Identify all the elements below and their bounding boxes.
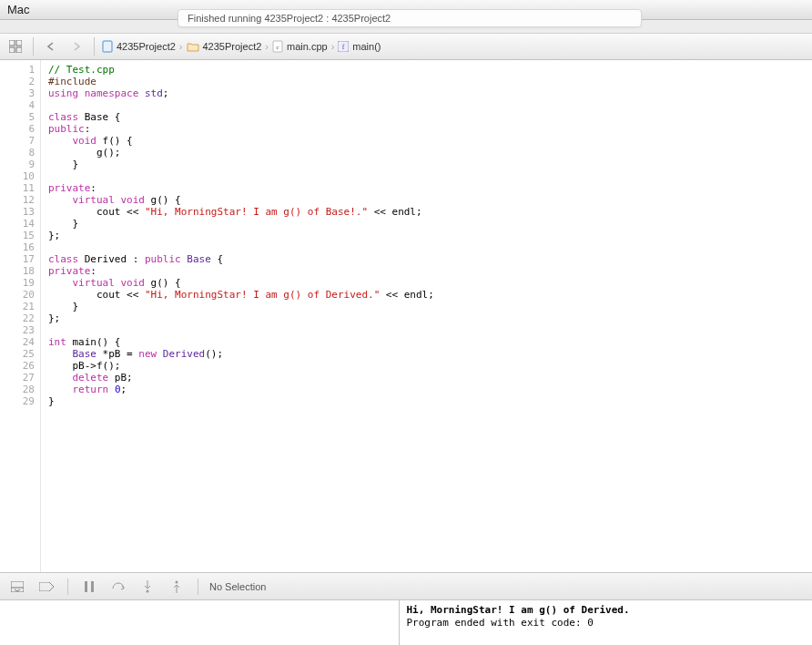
breakpoint-icon[interactable] <box>36 577 56 597</box>
selection-status: No Selection <box>209 581 266 592</box>
toggle-console-icon[interactable] <box>7 577 27 597</box>
c-file-icon: c <box>272 40 283 53</box>
crumb-folder[interactable]: 4235Project2 <box>187 41 262 52</box>
svg-text:c: c <box>276 44 279 51</box>
breadcrumb: 4235Project2 › 4235Project2 › c main.cpp… <box>102 40 381 53</box>
crumb-label: 4235Project2 <box>203 41 262 52</box>
crumb-label: main() <box>352 41 381 52</box>
related-items-icon[interactable] <box>5 36 25 56</box>
step-out-icon[interactable] <box>167 577 187 597</box>
chevron-right-icon: › <box>179 41 183 52</box>
left-strip <box>0 60 9 572</box>
crumb-label: main.cpp <box>287 41 328 52</box>
svg-rect-3 <box>16 47 22 53</box>
folder-icon <box>187 41 199 52</box>
crumb-symbol[interactable]: f main() <box>338 41 381 52</box>
console-line: Hi, MorningStar! I am g() of Derived. <box>407 604 630 616</box>
svg-rect-10 <box>85 581 87 592</box>
step-into-icon[interactable] <box>137 577 157 597</box>
svg-rect-11 <box>91 581 94 592</box>
output-pane[interactable]: Hi, MorningStar! I am g() of Derived. Pr… <box>400 600 813 645</box>
status-text: Finished running 4235Project2 : 4235Proj… <box>188 13 391 24</box>
svg-point-13 <box>176 580 178 583</box>
step-over-icon[interactable] <box>108 577 128 597</box>
svg-rect-1 <box>16 40 22 46</box>
crumb-label: 4235Project2 <box>117 41 176 52</box>
crumb-project[interactable]: 4235Project2 <box>102 40 176 53</box>
console-row: Hi, MorningStar! I am g() of Derived. Pr… <box>0 599 812 645</box>
editor-toolbar: 4235Project2 › 4235Project2 › c main.cpp… <box>0 33 812 60</box>
svg-rect-4 <box>103 41 112 52</box>
back-button[interactable] <box>41 36 61 56</box>
svg-rect-9 <box>11 581 24 592</box>
app-menu[interactable]: Mac <box>7 3 30 16</box>
svg-text:f: f <box>342 43 345 51</box>
variables-pane[interactable] <box>0 600 400 645</box>
svg-rect-2 <box>9 47 15 53</box>
svg-point-12 <box>147 589 149 592</box>
debug-bar: No Selection <box>0 572 812 599</box>
function-icon: f <box>338 41 349 52</box>
line-gutter: 1234567891011121314151617181920212223242… <box>9 60 40 572</box>
console-line: Program ended with exit code: 0 <box>407 617 594 629</box>
chevron-right-icon: › <box>331 41 335 52</box>
project-icon <box>102 40 113 53</box>
crumb-file[interactable]: c main.cpp <box>272 40 328 53</box>
code-editor[interactable]: // Test.cpp #include using namespace std… <box>40 60 812 572</box>
editor-area: 1234567891011121314151617181920212223242… <box>0 60 812 572</box>
svg-rect-0 <box>9 40 15 46</box>
chevron-right-icon: › <box>265 41 269 52</box>
forward-button[interactable] <box>66 36 86 56</box>
activity-status: Finished running 4235Project2 : 4235Proj… <box>178 9 642 27</box>
pause-icon[interactable] <box>79 577 99 597</box>
